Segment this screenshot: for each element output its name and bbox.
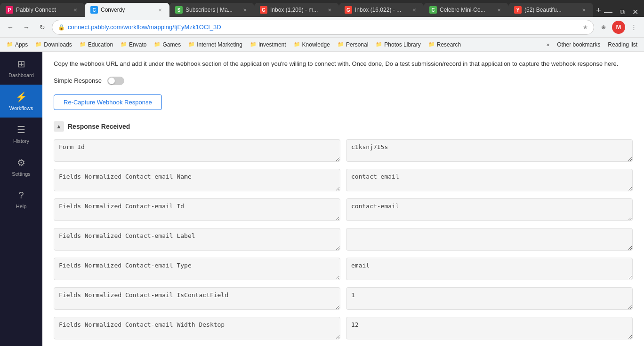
field-val-3	[346, 228, 633, 252]
field-row-3: Fields Normalized Contact-email Label	[54, 228, 633, 252]
bookmark-bm4[interactable]: 📁Envato	[118, 40, 149, 49]
bookmark-folder-icon: 📁	[154, 41, 161, 47]
browser-tab-tab1[interactable]: P Pabbly Connect ✕	[0, 3, 85, 17]
bookmark-bm5[interactable]: 📁Games	[151, 40, 184, 49]
tab-bar: P Pabbly Connect ✕ C Converdy ✕ S Subscr…	[0, 0, 644, 17]
simple-response-toggle[interactable]	[107, 77, 124, 85]
sidebar-item-label-settings: Settings	[12, 171, 31, 177]
bookmarks-more-button[interactable]: »	[544, 40, 553, 49]
bookmark-folder-icon: 📁	[338, 41, 344, 47]
new-tab-button[interactable]: +	[595, 4, 602, 17]
maximize-button[interactable]: ⧉	[618, 8, 627, 16]
simple-response-row: Simple Response	[54, 77, 633, 85]
close-button[interactable]: ✕	[630, 8, 640, 16]
address-bar[interactable]: 🔒 connect.pabbly.com/workflow/mapping/Ij…	[52, 20, 594, 35]
browser-tab-tab4[interactable]: G Inbox (1,209) - m... ✕	[254, 3, 339, 17]
reload-button[interactable]: ↻	[36, 21, 49, 34]
sidebar-item-history[interactable]: ☰ History	[0, 118, 42, 150]
tab-label: Subscribers | Ma...	[185, 7, 238, 13]
field-key-5: Fields Normalized Contact-email IsContac…	[54, 287, 340, 311]
field-key-input-2[interactable]: Fields Normalized Contact-email Id	[54, 198, 340, 221]
field-row-2: Fields Normalized Contact-email Id conta…	[54, 198, 633, 222]
tab-favicon: C	[429, 6, 437, 14]
reading-list[interactable]: Reading list	[605, 40, 640, 49]
minimize-button[interactable]: —	[602, 7, 614, 17]
bookmark-label: Research	[437, 41, 461, 48]
sidebar-item-settings[interactable]: ⚙ Settings	[0, 150, 42, 183]
other-bookmarks[interactable]: Other bookmarks	[554, 40, 603, 49]
tab-close-icon[interactable]: ✕	[72, 6, 79, 14]
field-val-input-5[interactable]: 1	[346, 287, 633, 310]
browser-tab-tab2[interactable]: C Converdy ✕	[85, 3, 169, 17]
bookmark-bm6[interactable]: 📁Internet Marketing	[185, 40, 245, 49]
field-key-input-5[interactable]: Fields Normalized Contact-email IsContac…	[54, 287, 340, 310]
sidebar-item-workflows[interactable]: ⚡ Workflows	[0, 85, 42, 118]
tab-favicon: S	[175, 6, 183, 14]
bookmark-bm3[interactable]: 📁Education	[77, 40, 116, 49]
response-header: ▲ Response Received	[54, 121, 633, 132]
field-key-input-0[interactable]: Form Id	[54, 139, 340, 162]
profile-button[interactable]: M	[612, 21, 625, 34]
bookmark-label: Knowledge	[302, 41, 330, 48]
bookmark-folder-icon: 📁	[121, 41, 127, 47]
other-bookmarks-label: Other bookmarks	[557, 41, 600, 48]
bookmark-label: Photos Library	[384, 41, 420, 48]
simple-response-label: Simple Response	[54, 77, 102, 84]
bookmark-bm8[interactable]: 📁Knowledge	[291, 40, 333, 49]
history-icon: ☰	[17, 124, 25, 135]
field-val-input-0[interactable]: c1ksnj7I5s	[346, 139, 633, 162]
nav-bar: ← → ↻ 🔒 connect.pabbly.com/workflow/mapp…	[0, 17, 644, 38]
browser-tab-tab3[interactable]: S Subscribers | Ma... ✕	[169, 3, 254, 17]
tab-close-icon[interactable]: ✕	[326, 6, 333, 14]
field-val-4: email	[346, 258, 633, 282]
field-row-4: Fields Normalized Contact-email Type ema…	[54, 258, 633, 282]
extensions-button[interactable]: ⊕	[597, 21, 610, 34]
sidebar-item-help[interactable]: ? Help	[0, 183, 42, 216]
toggle-knob	[108, 78, 115, 84]
bookmark-bm9[interactable]: 📁Personal	[335, 40, 371, 49]
field-key-input-3[interactable]: Fields Normalized Contact-email Label	[54, 228, 340, 251]
tab-label: Pabbly Connect	[16, 7, 69, 13]
tab-favicon: P	[6, 6, 13, 14]
bookmark-bm7[interactable]: 📁Investment	[247, 40, 289, 49]
field-key-input-6[interactable]: Fields Normalized Contact-email Width De…	[54, 317, 340, 339]
tab-close-icon[interactable]: ✕	[411, 6, 418, 14]
field-row-0: Form Id c1ksnj7I5s	[54, 139, 633, 163]
field-val-5: 1	[346, 287, 633, 311]
bookmark-bm1[interactable]: 📁Apps	[4, 40, 31, 49]
tab-close-icon[interactable]: ✕	[580, 6, 588, 14]
field-val-input-6[interactable]: 12	[346, 317, 633, 339]
browser-tab-tab7[interactable]: Y (52) Beautifu... ✕	[508, 3, 593, 17]
field-val-input-3[interactable]	[346, 228, 633, 251]
field-key-4: Fields Normalized Contact-email Type	[54, 258, 340, 282]
field-key-2: Fields Normalized Contact-email Id	[54, 198, 340, 222]
bookmark-folder-icon: 📁	[250, 41, 257, 47]
tab-close-icon[interactable]: ✕	[156, 6, 164, 14]
tab-close-icon[interactable]: ✕	[495, 6, 503, 14]
response-title: Response Received	[68, 123, 130, 130]
browser-tab-tab5[interactable]: G Inbox (16,022) - ... ✕	[339, 3, 424, 17]
bookmark-bm11[interactable]: 📁Research	[426, 40, 464, 49]
bookmark-bm10[interactable]: 📁Photos Library	[373, 40, 423, 49]
tab-close-icon[interactable]: ✕	[241, 6, 249, 14]
field-val-input-4[interactable]: email	[346, 258, 633, 280]
recapture-webhook-button[interactable]: Re-Capture Webhook Response	[54, 94, 162, 110]
browser-tab-tab6[interactable]: C Celebre Mini-Co... ✕	[424, 3, 508, 17]
field-val-input-1[interactable]: contact-email	[346, 169, 633, 191]
field-key-input-1[interactable]: Fields Normalized Contact-email Name	[54, 169, 340, 191]
browser-chrome: P Pabbly Connect ✕ C Converdy ✕ S Subscr…	[0, 0, 644, 52]
bookmark-bm2[interactable]: 📁Downloads	[32, 40, 74, 49]
menu-button[interactable]: ⋮	[627, 21, 640, 34]
instruction-text: Copy the webhook URL and add it under th…	[54, 59, 633, 69]
bookmark-label: Envato	[129, 41, 146, 48]
sidebar-item-dashboard[interactable]: ⊞ Dashboard	[0, 52, 42, 85]
field-key-input-4[interactable]: Fields Normalized Contact-email Type	[54, 258, 340, 280]
fields-container: Form Id c1ksnj7I5s Fields Normalized Con…	[54, 139, 633, 346]
back-button[interactable]: ←	[4, 21, 17, 34]
tab-label: Celebre Mini-Co...	[440, 7, 492, 13]
field-val-1: contact-email	[346, 169, 633, 193]
forward-button[interactable]: →	[20, 21, 33, 34]
collapse-button[interactable]: ▲	[54, 121, 64, 132]
field-val-input-2[interactable]: contact-email	[346, 198, 633, 221]
bookmark-folder-icon: 📁	[428, 41, 435, 47]
